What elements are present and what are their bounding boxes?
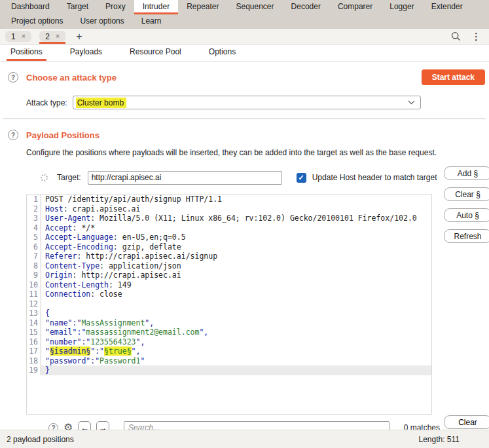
- line-number: 2: [27, 204, 41, 214]
- menu-tab-logger[interactable]: Logger: [381, 0, 422, 14]
- menubar-row-1: Dashboard Target Proxy Intruder Repeater…: [0, 0, 489, 14]
- start-attack-button[interactable]: Start attack: [422, 69, 485, 85]
- line-text: "password":"Password1": [41, 356, 431, 366]
- request-line[interactable]: 13{: [27, 308, 431, 318]
- request-line[interactable]: 12: [27, 299, 431, 309]
- line-number: 9: [27, 271, 41, 280]
- request-line[interactable]: 19}: [27, 365, 431, 375]
- clear-search-button[interactable]: Clear: [444, 415, 489, 429]
- menu-tab-decoder[interactable]: Decoder: [283, 0, 329, 14]
- request-line[interactable]: 11Connection: close: [27, 289, 431, 299]
- attack-tab-1-pill[interactable]: 1 ×: [5, 31, 31, 42]
- host-header-checkbox[interactable]: ✓: [297, 173, 306, 183]
- line-text: Accept-Language: en-US,en;q=0.5: [41, 233, 431, 242]
- positions-content: Target: ✓ Update Host header to match ta…: [26, 166, 485, 436]
- request-line[interactable]: 14"name":"MassAssignment",: [27, 318, 431, 328]
- positions-left-column: Target: ✓ Update Host header to match ta…: [26, 166, 440, 436]
- line-number: 6: [27, 242, 41, 252]
- request-line[interactable]: 9Origin: http://crapi.apisec.ai: [27, 271, 431, 280]
- subtab-resource-pool[interactable]: Resource Pool: [126, 45, 185, 61]
- attack-type-select[interactable]: Cluster bomb: [73, 96, 421, 109]
- positions-button-column: Add § Clear § Auto § Refresh Clear: [444, 166, 489, 429]
- subtab-payloads[interactable]: Payloads: [66, 45, 106, 61]
- line-text: Accept: */*: [41, 223, 431, 233]
- line-text: "number":"1235564323",: [41, 337, 431, 347]
- menu-tab-target[interactable]: Target: [58, 0, 97, 14]
- menu-tab-project-options[interactable]: Project options: [3, 14, 71, 29]
- request-line[interactable]: 1POST /identity/api/auth/signup HTTP/1.1: [27, 195, 431, 204]
- line-number: 19: [27, 365, 41, 375]
- line-text: Content-Type: application/json: [41, 261, 431, 271]
- request-line[interactable]: 7Referer: http://crapi.apisec.ai/signup: [27, 252, 431, 261]
- menu-tab-dashboard[interactable]: Dashboard: [3, 0, 58, 14]
- line-text: Referer: http://crapi.apisec.ai/signup: [41, 252, 431, 261]
- attack-type-value: Cluster bomb: [76, 98, 126, 108]
- line-number: 18: [27, 356, 41, 366]
- request-line[interactable]: 15"email":"massassignment2@email.com",: [27, 327, 431, 337]
- line-number: 4: [27, 223, 41, 233]
- request-line[interactable]: 6Accept-Encoding: gzip, deflate: [27, 242, 431, 252]
- refresh-button[interactable]: Refresh: [444, 229, 489, 243]
- add-section-button[interactable]: Add §: [444, 166, 489, 180]
- attack-tab-2-label: 2: [45, 32, 50, 41]
- subtab-positions[interactable]: Positions: [7, 45, 46, 61]
- line-text: "email":"massassignment2@email.com",: [41, 327, 431, 337]
- add-tab-button[interactable]: +: [73, 29, 84, 44]
- payload-position-count: 2 payload positions: [7, 435, 74, 444]
- request-editor[interactable]: 1POST /identity/api/auth/signup HTTP/1.1…: [26, 194, 432, 415]
- menu-tab-comparer[interactable]: Comparer: [329, 0, 381, 14]
- main-menubar: Dashboard Target Proxy Intruder Repeater…: [0, 0, 489, 29]
- line-number: 1: [27, 195, 41, 204]
- request-line[interactable]: 5Accept-Language: en-US,en;q=0.5: [27, 233, 431, 242]
- line-number: 13: [27, 308, 41, 318]
- line-number: 15: [27, 327, 41, 337]
- chevron-down-icon: [408, 100, 415, 105]
- attack-tab-2[interactable]: 2 ×: [39, 29, 65, 44]
- menu-tab-user-options[interactable]: User options: [71, 14, 132, 29]
- attack-tab-2-pill[interactable]: 2 ×: [39, 31, 65, 42]
- line-number: 12: [27, 299, 41, 309]
- menu-tab-repeater[interactable]: Repeater: [178, 0, 227, 14]
- line-number: 16: [27, 337, 41, 347]
- target-input[interactable]: [88, 171, 282, 185]
- status-circle-icon: [41, 174, 48, 181]
- request-line[interactable]: 2Host: crapi.apisec.ai: [27, 204, 431, 214]
- payload-positions-heading: Payload Positions: [26, 130, 100, 140]
- attack-type-heading: Choose an attack type: [26, 73, 117, 83]
- request-line[interactable]: 18"password":"Password1": [27, 356, 431, 366]
- line-text: User-Agent: Mozilla/5.0 (X11; Linux x86_…: [41, 214, 431, 223]
- line-text: {: [41, 308, 431, 318]
- help-icon[interactable]: ?: [8, 72, 18, 83]
- target-label: Target:: [57, 173, 81, 182]
- target-row: Target: ✓ Update Host header to match ta…: [26, 166, 440, 189]
- attack-tab-1-label: 1: [11, 32, 16, 41]
- help-icon[interactable]: ?: [8, 130, 18, 140]
- line-text: }: [41, 365, 431, 375]
- request-line[interactable]: 16"number":"1235564323",: [27, 337, 431, 347]
- status-bar: 2 payload positions Length: 511: [0, 430, 489, 448]
- clear-section-button[interactable]: Clear §: [444, 187, 489, 201]
- auto-section-button[interactable]: Auto §: [444, 208, 489, 222]
- subtab-options[interactable]: Options: [205, 45, 240, 61]
- search-icon[interactable]: [451, 31, 461, 41]
- payload-positions-description: Configure the positions where payloads w…: [26, 148, 485, 157]
- request-line[interactable]: 10Content-Length: 149: [27, 280, 431, 290]
- request-line[interactable]: 4Accept: */*: [27, 223, 431, 233]
- attack-type-header: ? Choose an attack type Start attack: [8, 69, 485, 85]
- request-line[interactable]: 3User-Agent: Mozilla/5.0 (X11; Linux x86…: [27, 214, 431, 223]
- menu-tab-learn[interactable]: Learn: [133, 14, 170, 29]
- menu-tab-extender[interactable]: Extender: [423, 0, 471, 14]
- menu-tab-sequencer[interactable]: Sequencer: [228, 0, 283, 14]
- menu-tab-intruder[interactable]: Intruder: [134, 0, 178, 14]
- request-line[interactable]: 8Content-Type: application/json: [27, 261, 431, 271]
- line-number: 8: [27, 261, 41, 271]
- request-line[interactable]: 17"§isadmin§":"§true§",: [27, 346, 431, 356]
- menu-tab-proxy[interactable]: Proxy: [97, 0, 134, 14]
- line-text: "name":"MassAssignment",: [41, 318, 431, 328]
- tabstrip-actions: ⋮: [451, 29, 484, 44]
- close-icon[interactable]: ×: [22, 33, 26, 40]
- close-icon[interactable]: ×: [56, 33, 60, 40]
- attack-tab-1[interactable]: 1 ×: [5, 29, 31, 44]
- more-options-icon[interactable]: ⋮: [471, 31, 481, 43]
- line-number: 3: [27, 214, 41, 223]
